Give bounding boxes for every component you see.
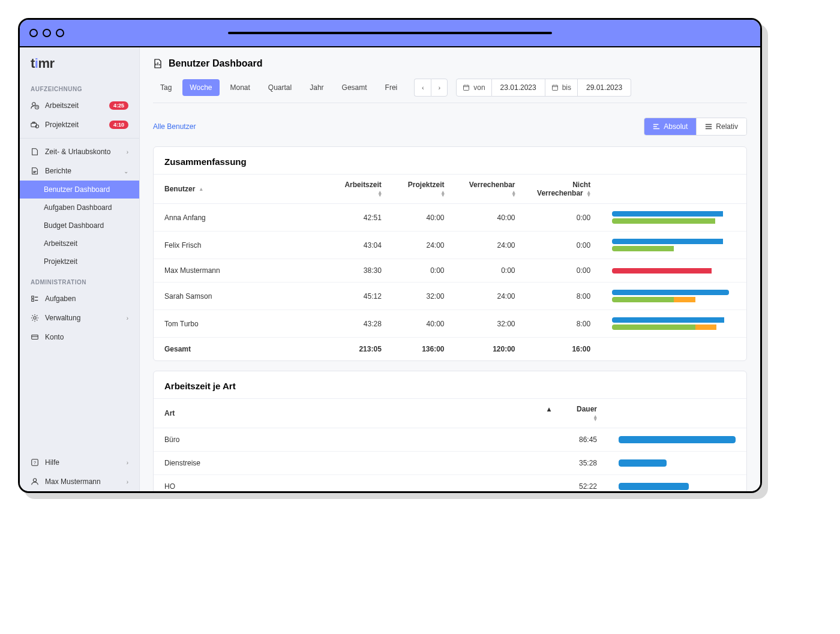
sidebar-item-projektzeit[interactable]: Projektzeit 4:10 [20,115,139,134]
cell-name: Max Mustermann [154,259,329,283]
period-woche[interactable]: Woche [182,79,219,96]
report-icon [153,59,163,68]
table-row[interactable]: Felix Frisch 43:04 24:00 24:00 0:00 [154,232,746,259]
col-nicht-verrechenbar[interactable]: Nicht Verrechenbar ▴▾ [526,175,602,204]
table-row[interactable]: HO 52:22 [154,475,746,492]
sort-icon: ▴▾ [512,191,515,197]
sidebar-sub-arbeitszeit[interactable]: Arbeitszeit [20,235,139,253]
prev-button[interactable]: ‹ [414,79,431,97]
card-icon [31,333,39,341]
cell-nicht-verrechenbar: 0:00 [526,232,602,259]
page-title: Benutzer Dashboard [153,58,747,69]
date-from-label[interactable]: von [456,79,491,97]
col-projektzeit[interactable]: Projektzeit ▴▾ [392,175,455,204]
section-recording-label: AUFZEICHNUNG [20,77,139,96]
window-dot[interactable] [29,29,38,37]
chevron-right-icon: › [127,479,128,485]
cell-nicht-verrechenbar: 0:00 [526,259,602,283]
app-window: timr AUFZEICHNUNG Arbeitszeit 4:25 Proje… [18,18,762,493]
svg-rect-11 [464,85,469,90]
sidebar-sub-projektzeit[interactable]: Projektzeit [20,253,139,271]
cell-nicht-verrechenbar: 0:00 [526,204,602,232]
sort-icon: ▴▾ [442,191,445,197]
svg-rect-7 [32,335,38,339]
cell-verrechenbar: 24:00 [455,232,526,259]
sidebar-sub-benutzer-dashboard[interactable]: Benutzer Dashboard [20,181,139,199]
period-quartal[interactable]: Quartal [261,79,299,96]
sidebar-item-hilfe[interactable]: ? Hilfe › [20,453,139,472]
tasks-icon [31,295,39,303]
sidebar-item-label: Arbeitszeit [45,101,103,110]
window-dot[interactable] [43,29,51,37]
sidebar-item-aufgaben[interactable]: Aufgaben [20,289,139,308]
col-art[interactable]: Art [154,399,536,428]
table-row[interactable]: Dienstreise 35:28 [154,452,746,475]
svg-rect-12 [552,85,557,90]
cell-verrechenbar: 24:00 [455,283,526,310]
period-tag[interactable]: Tag [153,79,179,96]
by-type-table: Art ▴ Dauer ▴▾ Büro 86:45 Dienstreise 35… [154,398,746,491]
date-from-value[interactable]: 23.01.2023 [492,79,545,97]
sort-asc-icon: ▴ [200,188,203,191]
bars-left-icon [653,123,660,130]
cell-art: HO [154,475,536,492]
cell-art: Dienstreise [154,452,536,475]
table-row[interactable]: Anna Anfang 42:51 40:00 40:00 0:00 [154,204,746,232]
briefcase-clock-icon [31,121,39,129]
view-toggle: Absolut Relativ [644,118,747,136]
summary-title: Zusammenfassung [154,147,746,174]
sidebar-item-label: Konto [45,333,128,341]
chevron-right-icon: › [127,459,128,466]
cell-projektzeit: 32:00 [392,283,455,310]
period-jahr[interactable]: Jahr [302,79,331,96]
cell-arbeitszeit: 45:12 [329,283,392,310]
svg-text:?: ? [34,461,36,465]
col-arbeitszeit[interactable]: Arbeitszeit ▴▾ [329,175,392,204]
table-row-total: Gesamt 213:05 136:00 120:00 16:00 [154,338,746,361]
cell-verrechenbar: 32:00 [455,310,526,338]
table-row[interactable]: Max Mustermann 38:30 0:00 0:00 0:00 [154,259,746,283]
col-chart [608,399,746,428]
sidebar-item-label: Projektzeit [45,121,103,129]
cell-name: Sarah Samson [154,283,329,310]
period-monat[interactable]: Monat [223,79,257,96]
col-dauer[interactable]: ▴ Dauer ▴▾ [536,399,608,428]
cell-arbeitszeit: 38:30 [329,259,392,283]
window-dot[interactable] [56,29,64,37]
section-admin-label: ADMINISTRATION [20,271,139,289]
sidebar-item-user[interactable]: Max Mustermann › [20,472,139,491]
filter-all-users[interactable]: Alle Benutzer [153,122,196,131]
table-row[interactable]: Sarah Samson 45:12 32:00 24:00 8:00 [154,283,746,310]
toolbar: Tag Woche Monat Quartal Jahr Gesamt Frei… [153,79,747,103]
table-row[interactable]: Büro 86:45 [154,428,746,452]
sidebar-sub-budget-dashboard[interactable]: Budget Dashboard [20,217,139,235]
sidebar-item-verwaltung[interactable]: Verwaltung › [20,308,139,327]
person-clock-icon [31,101,39,110]
next-button[interactable]: › [431,79,448,97]
sidebar-item-arbeitszeit[interactable]: Arbeitszeit 4:25 [20,96,139,115]
cell-projektzeit: 24:00 [392,232,455,259]
sidebar-item-zeit-urlaubskonto[interactable]: Zeit- & Urlaubskonto › [20,142,139,161]
period-gesamt[interactable]: Gesamt [335,79,374,96]
gear-icon [31,314,39,322]
sidebar-sub-aufgaben-dashboard[interactable]: Aufgaben Dashboard [20,199,139,217]
date-to-label[interactable]: bis [545,79,578,97]
col-verrechenbar[interactable]: Verrechenbar ▴▾ [455,175,526,204]
table-row[interactable]: Tom Turbo 43:28 40:00 32:00 8:00 [154,310,746,338]
sidebar-item-berichte[interactable]: Berichte ⌄ [20,161,139,181]
chevron-right-icon: › [127,149,128,155]
chevron-down-icon: ⌄ [124,168,128,175]
view-relativ-button[interactable]: Relativ [697,118,746,135]
date-to-value[interactable]: 29.01.2023 [578,79,631,97]
cell-verrechenbar: 40:00 [455,204,526,232]
summary-table: Benutzer ▴ Arbeitszeit ▴▾ Projektzeit ▴▾… [154,174,746,360]
cell-bars [601,259,746,283]
cell-arbeitszeit: 43:28 [329,310,392,338]
bars-equal-icon [705,123,712,130]
col-benutzer[interactable]: Benutzer ▴ [154,175,329,204]
period-frei[interactable]: Frei [378,79,405,96]
cell-arbeitszeit: 43:04 [329,232,392,259]
view-absolut-button[interactable]: Absolut [644,118,697,135]
sidebar-item-konto[interactable]: Konto [20,327,139,347]
by-type-title: Arbeitszeit je Art [154,371,746,398]
